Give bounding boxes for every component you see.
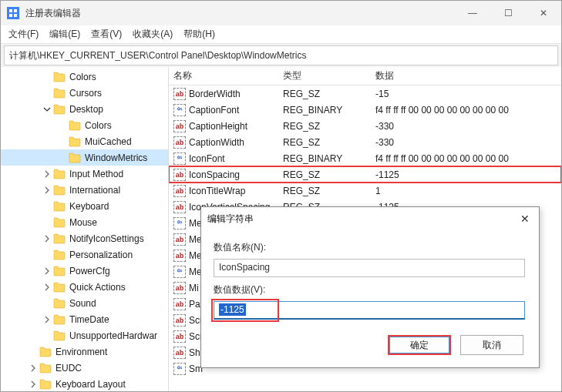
value-data: -1125: [375, 169, 561, 180]
tree-item[interactable]: UnsupportedHardwar: [1, 327, 168, 343]
tree-item[interactable]: PowerCfg: [1, 263, 168, 279]
tree-item-label: Sound: [69, 298, 96, 309]
value-name: IconSpacing: [189, 169, 283, 180]
folder-icon: [53, 185, 66, 196]
chevron-right-icon[interactable]: [29, 380, 38, 389]
chevron-down-icon[interactable]: [42, 105, 52, 114]
tree-item-label: Keyboard Layout: [56, 379, 126, 390]
tree-item[interactable]: Keyboard Layout: [1, 376, 168, 391]
string-value-icon: ab: [173, 136, 186, 149]
value-name: CaptionFont: [189, 105, 283, 116]
menu-file[interactable]: 文件(F): [8, 28, 39, 41]
string-value-icon: ab: [173, 185, 186, 197]
tree-item[interactable]: Quick Actions: [1, 279, 168, 295]
folder-icon: [53, 169, 66, 179]
tree-item[interactable]: International: [1, 182, 168, 198]
folder-icon: [53, 72, 66, 82]
tree-item-label: Colors: [69, 72, 96, 82]
value-row[interactable]: ⁰¹IconFontREG_BINARYf4 ff ff ff 00 00 00…: [169, 150, 561, 166]
titlebar[interactable]: 注册表编辑器 — ☐ ✕: [1, 1, 561, 25]
menubar: 文件(F) 编辑(E) 查看(V) 收藏夹(A) 帮助(H): [1, 25, 561, 44]
value-data-label: 数值数据(V):: [214, 283, 527, 297]
value-type: REG_SZ: [283, 186, 375, 196]
folder-icon: [53, 266, 66, 276]
tree-item-label: Mouse: [69, 217, 97, 228]
svg-rect-1: [14, 9, 17, 12]
value-row[interactable]: abIconSpacingREG_SZ-1125: [169, 166, 561, 183]
tree-item[interactable]: Colors: [1, 69, 168, 85]
chevron-right-icon[interactable]: [42, 169, 52, 179]
tree-item[interactable]: Input Method: [1, 166, 168, 182]
tree-item-label: TimeDate: [69, 314, 109, 325]
tree-item-label: EUDC: [56, 363, 82, 374]
tree-item-label: Input Method: [69, 169, 123, 179]
dialog-close-button[interactable]: ✕: [517, 213, 533, 225]
string-value-icon: ab: [173, 169, 186, 181]
string-value-icon: ab: [173, 314, 186, 327]
chevron-right-icon[interactable]: [42, 283, 52, 292]
chevron-right-icon[interactable]: [42, 266, 52, 276]
menu-favorites[interactable]: 收藏夹(A): [133, 28, 173, 41]
tree-item[interactable]: Keyboard: [1, 198, 168, 214]
folder-icon: [53, 330, 66, 341]
tree-item[interactable]: Environment: [1, 343, 168, 360]
list-header: 名称 类型 数据: [169, 67, 561, 85]
address-bar[interactable]: 计算机\HKEY_CURRENT_USER\Control Panel\Desk…: [4, 45, 558, 65]
value-name: CaptionWidth: [189, 137, 283, 148]
dialog-titlebar[interactable]: 编辑字符串 ✕: [201, 207, 539, 230]
value-data: -330: [375, 137, 561, 148]
string-value-icon: ab: [173, 120, 186, 132]
binary-value-icon: ⁰¹: [173, 104, 186, 116]
string-value-icon: ab: [173, 88, 186, 100]
tree-item[interactable]: Desktop: [1, 101, 168, 117]
chevron-right-icon[interactable]: [42, 234, 52, 243]
string-value-icon: ab: [173, 347, 186, 359]
folder-icon: [39, 347, 52, 357]
tree-item[interactable]: Personalization: [1, 246, 168, 263]
dialog-title-text: 编辑字符串: [207, 213, 517, 226]
menu-view[interactable]: 查看(V): [91, 28, 122, 41]
tree-item[interactable]: TimeDate: [1, 311, 168, 327]
chevron-right-icon[interactable]: [29, 364, 38, 373]
cancel-button[interactable]: 取消: [460, 335, 523, 355]
value-name-field[interactable]: IconSpacing: [214, 259, 525, 277]
value-row[interactable]: abIconTitleWrapREG_SZ1: [169, 183, 561, 199]
tree-item[interactable]: NotifyIconSettings: [1, 230, 168, 246]
value-data-field[interactable]: -1125: [214, 301, 525, 320]
menu-edit[interactable]: 编辑(E): [49, 28, 80, 41]
value-data: f4 ff ff ff 00 00 00 00 00 00 00 00: [375, 153, 561, 164]
folder-icon: [53, 104, 66, 115]
column-data[interactable]: 数据: [375, 69, 561, 82]
ok-button[interactable]: 确定: [388, 335, 451, 355]
app-icon: [7, 7, 19, 19]
tree-item[interactable]: Mouse: [1, 214, 168, 230]
tree-item[interactable]: EUDC: [1, 360, 168, 376]
tree-item[interactable]: MuiCached: [1, 133, 168, 149]
folder-icon: [53, 298, 66, 309]
tree-pane[interactable]: ColorsCursorsDesktopColorsMuiCachedWindo…: [1, 67, 169, 391]
tree-item[interactable]: WindowMetrics: [1, 149, 168, 166]
svg-rect-0: [9, 9, 12, 12]
column-type[interactable]: 类型: [283, 69, 375, 82]
menu-help[interactable]: 帮助(H): [183, 28, 215, 41]
column-name[interactable]: 名称: [169, 69, 283, 82]
value-data-selected: -1125: [219, 303, 246, 316]
value-row[interactable]: abBorderWidthREG_SZ-15: [169, 85, 561, 102]
chevron-right-icon[interactable]: [42, 315, 52, 324]
value-row[interactable]: ⁰¹CaptionFontREG_BINARYf4 ff ff ff 00 00…: [169, 102, 561, 118]
binary-value-icon: ⁰¹: [173, 363, 186, 375]
tree-item-label: Personalization: [69, 250, 133, 260]
value-row[interactable]: abCaptionWidthREG_SZ-330: [169, 134, 561, 150]
svg-rect-2: [9, 14, 12, 17]
tree-item[interactable]: Cursors: [1, 85, 168, 101]
value-data: 1: [375, 186, 561, 196]
close-button[interactable]: ✕: [526, 1, 561, 25]
value-row[interactable]: abCaptionHeightREG_SZ-330: [169, 118, 561, 134]
maximize-button[interactable]: ☐: [490, 1, 526, 25]
tree-item[interactable]: Colors: [1, 117, 168, 133]
minimize-button[interactable]: —: [455, 1, 490, 25]
value-type: REG_SZ: [283, 169, 375, 180]
chevron-right-icon[interactable]: [42, 186, 52, 195]
folder-icon: [39, 379, 52, 390]
tree-item[interactable]: Sound: [1, 295, 168, 311]
